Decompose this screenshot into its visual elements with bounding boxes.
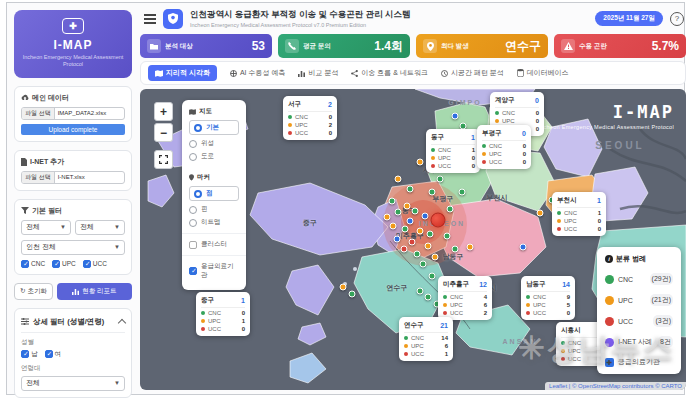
bar-chart-icon [298, 70, 305, 77]
page-title: 인천광역시 응급환자 부적정 이송 및 수용곤란 관리 시스템 [190, 9, 411, 21]
legend-item-hospital: ✚응급의료기관 [605, 357, 673, 367]
file-select-button[interactable]: 파일 선택 [22, 172, 55, 183]
checkbox-ucc[interactable]: UCC [83, 260, 107, 268]
case-marker[interactable] [429, 189, 436, 196]
hospital-icon: ✚ [605, 358, 614, 367]
case-marker[interactable] [384, 214, 391, 221]
zoom-in-button[interactable]: + [154, 102, 173, 121]
file-select-button[interactable]: 파일 선택 [22, 108, 55, 119]
district-info-box[interactable]: 남동구14 CNC9 UPC5 UCC0 [521, 276, 575, 320]
region-select[interactable]: 인천 전체▼ [21, 240, 125, 255]
chevron-down-icon: ▼ [114, 224, 120, 230]
case-marker[interactable] [395, 176, 402, 183]
checkbox-icon [189, 241, 197, 249]
district-info-box[interactable]: 부평구0 CNC0 UPC0 UCC0 [477, 125, 531, 169]
main-data-file-input[interactable]: 파일 선택 IMAP_DATA2.xlsx [21, 107, 125, 120]
maptype-basic[interactable]: 기본 [189, 120, 239, 135]
report-button[interactable]: 현황 리포트 [57, 283, 132, 300]
case-marker[interactable] [417, 159, 424, 166]
zoom-out-button[interactable]: − [154, 123, 173, 142]
case-marker[interactable] [422, 213, 429, 220]
case-marker[interactable] [349, 291, 356, 298]
case-marker[interactable] [425, 243, 432, 250]
case-marker[interactable] [432, 254, 439, 261]
case-marker[interactable] [340, 284, 347, 291]
district-info-box[interactable]: 서구2 CNC0 UPC2 UCC0 [283, 96, 337, 140]
checkbox-icon [83, 260, 91, 268]
map-canvas[interactable]: GIMPOSEOULINCHEONANSAN서구중구동구부평구부천시미추홀구남동… [140, 89, 686, 390]
radio-icon [189, 206, 197, 214]
tab-ai-prediction[interactable]: AI 수용성 예측 [230, 68, 286, 78]
district-info-box[interactable]: 연수구21 CNC14 UPC6 UCC1 [399, 317, 453, 361]
case-marker[interactable] [407, 186, 414, 193]
case-marker[interactable] [459, 189, 466, 196]
fullscreen-button[interactable] [154, 150, 173, 169]
radio-icon [189, 140, 197, 148]
stat-average-inquiry: 평균 문의 1.4회 [278, 34, 410, 58]
checkbox-cnc[interactable]: CNC [21, 260, 45, 268]
case-marker[interactable] [467, 244, 474, 251]
reset-button[interactable]: ↻초기화 [14, 283, 53, 300]
tab-database[interactable]: 데이터베이스 [517, 68, 569, 78]
case-marker[interactable] [390, 223, 397, 230]
case-marker[interactable] [389, 198, 396, 205]
case-marker[interactable] [417, 288, 424, 295]
case-marker[interactable] [452, 113, 459, 120]
checkbox-female[interactable]: 여 [45, 350, 62, 359]
inet-section: I-NET 추가 파일 선택 I-NET.xlsx [14, 150, 132, 191]
case-marker[interactable] [404, 203, 411, 210]
case-marker[interactable] [414, 251, 421, 258]
tab-transfer-network[interactable]: 이송 흐름 & 네트워크 [351, 68, 428, 78]
marker-pin[interactable]: 핀 [189, 205, 239, 214]
case-marker[interactable] [402, 226, 409, 233]
case-marker[interactable] [407, 218, 414, 225]
case-marker[interactable] [394, 236, 401, 243]
case-marker[interactable] [420, 261, 427, 268]
tab-comparison-analysis[interactable]: 비교 분석 [298, 68, 338, 78]
case-marker[interactable] [429, 273, 436, 280]
hotspot-marker[interactable] [431, 213, 446, 228]
district-info-box[interactable]: 중구1 CNC0 UPC1 UCC0 [196, 292, 250, 336]
case-marker[interactable] [412, 208, 419, 215]
filter-select-2[interactable]: 전체▼ [75, 220, 125, 235]
ems-toggle[interactable]: 응급의료기관 [189, 262, 239, 280]
case-marker[interactable] [437, 176, 444, 183]
case-marker[interactable] [409, 239, 416, 246]
share-network-icon [351, 70, 358, 77]
inet-file-input[interactable]: 파일 선택 I-NET.xlsx [21, 171, 125, 184]
case-marker[interactable] [401, 246, 408, 253]
case-marker[interactable] [427, 231, 434, 238]
district-info-box[interactable]: 미추홀구12 CNC4 UPC6 UCC2 [438, 276, 492, 320]
case-marker[interactable] [447, 206, 454, 213]
basic-filter-section: 기본 필터 전체▼ 전체▼ 인천 전체▼ CNC UPC UCC [14, 199, 132, 275]
help-icon[interactable]: ? [670, 12, 684, 26]
marker-dot[interactable]: 점 [189, 186, 239, 201]
page-subtitle: Incheon Emergency Medical Assessment Pro… [190, 22, 411, 28]
filter-select-1[interactable]: 전체▼ [21, 220, 71, 235]
marker-heatmap[interactable]: 히트맵 [189, 218, 239, 227]
maptype-satellite[interactable]: 위성 [189, 139, 239, 148]
case-marker[interactable] [444, 233, 451, 240]
tab-spatiotemporal-pattern[interactable]: 시공간 패턴 분석 [441, 68, 504, 78]
stat-top-district: 최다 발생 연수구 [416, 34, 548, 58]
maptype-road[interactable]: 도로 [189, 152, 239, 161]
tab-geographic-visualization[interactable]: 지리적 시각화 [148, 65, 217, 81]
detail-filter-header[interactable]: 상세 필터 (성별/연령) [21, 315, 125, 333]
cluster-toggle[interactable]: 클러스터 [189, 240, 239, 249]
date-badge: 2025년 11월 27일 [595, 11, 663, 26]
case-marker[interactable] [425, 294, 432, 301]
district-info-box[interactable]: 동구1 CNC1 UPC0 UCC0 [426, 129, 480, 173]
district-info-box[interactable]: 부천시1 CNC1 UPC0 UCC0 [552, 192, 606, 236]
case-marker[interactable] [520, 244, 527, 251]
case-marker[interactable] [395, 209, 402, 216]
case-marker[interactable] [417, 228, 424, 235]
menu-icon[interactable] [144, 18, 156, 20]
legend-panel: i분류 범례 CNC(29건) UPC(21건) UCC(3건) I-NET 사… [597, 247, 681, 374]
age-select[interactable]: 전체▼ [21, 376, 125, 391]
checkbox-upc[interactable]: UPC [52, 260, 76, 268]
checkbox-male[interactable]: 남 [21, 350, 38, 359]
sidebar: ✚ I-MAP Incheon Emergency Medical Assess… [14, 10, 132, 400]
case-marker[interactable] [537, 210, 544, 217]
radio-icon [194, 190, 202, 198]
case-marker[interactable] [452, 246, 459, 253]
